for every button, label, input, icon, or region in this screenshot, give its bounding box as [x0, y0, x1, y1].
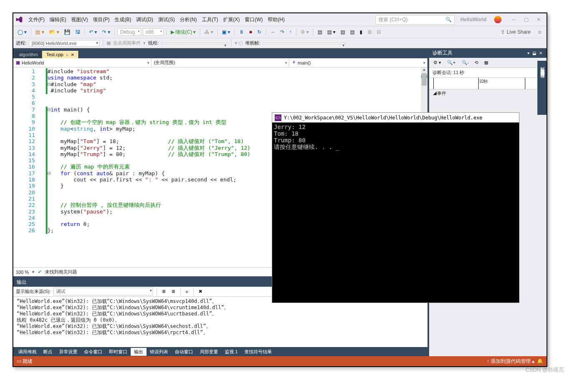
bottom-tab-2[interactable]: 异常设置 [56, 348, 81, 356]
menu-项目(P)[interactable]: 项目(P) [90, 15, 112, 24]
navigation-bar: ▣HelloWorld (全局范围) ⚘main() [13, 58, 427, 67]
bottom-tab-6[interactable]: 错误列表 [147, 348, 171, 356]
diag-view-button[interactable]: ▦ [482, 59, 490, 66]
tab-algorithm[interactable]: algorithm [15, 51, 42, 58]
zoom-level[interactable]: 100 % [16, 270, 29, 275]
tool-button-7[interactable]: ▮ [358, 28, 364, 36]
notifications-icon[interactable]: 🔔 [537, 358, 543, 364]
vs-logo-icon [15, 15, 23, 24]
menu-编辑(E)[interactable]: 编辑(E) [47, 15, 69, 24]
solution-name: HelloWorld [457, 17, 490, 22]
menu-工具(T)[interactable]: 工具(T) [199, 15, 221, 24]
solution-explorer-tab[interactable]: 解决方案资源管理器 [537, 61, 547, 115]
redo-button[interactable]: ↷ ▾ [100, 28, 112, 36]
diag-zoomin-button[interactable]: 🔍+ [445, 59, 457, 66]
menu-窗口(W)[interactable]: 窗口(W) [242, 15, 265, 24]
nav-back-button[interactable]: ◯ ▾ [16, 28, 28, 36]
debug-process-bar: 进程: [8060] HelloWorld.exe ▦ 生命周期事件 ▾ 线程:… [13, 38, 547, 48]
nav-project-combo[interactable]: ▣HelloWorld [13, 58, 152, 67]
nav-member-combo[interactable]: ⚘main() [289, 58, 427, 67]
feedback-button[interactable]: ☺ [536, 28, 544, 36]
undo-button[interactable]: ↶ ▾ [87, 28, 99, 36]
output-source-combo[interactable]: 调试 [53, 288, 153, 295]
bottom-tab-10[interactable]: 查找符号结果 [241, 348, 275, 356]
new-item-button[interactable]: ▤ ▾ [34, 28, 45, 36]
output-clear-button[interactable]: ✖ [197, 288, 204, 295]
live-share-button[interactable]: ⇪ Live Share [501, 29, 530, 35]
console-output: Jerry: 12 Tom: 18 Trump: 80 请按任意键继续. . .… [272, 123, 519, 303]
output-tool-2[interactable]: ≣ [170, 288, 177, 295]
maximize-button[interactable]: ▢ [520, 15, 532, 25]
status-text: 就绪 [22, 358, 32, 365]
stackframe-combo[interactable] [263, 42, 346, 44]
continue-button[interactable]: ▶ 继续(C) ▾ [169, 28, 197, 37]
step-over-button[interactable]: ↷ [278, 28, 286, 36]
tool-button-3[interactable]: ▤ [316, 28, 324, 36]
menu-生成(B)[interactable]: 生成(B) [112, 15, 134, 24]
scroll-up-icon[interactable]: ▲ [421, 67, 427, 73]
status-left-icon: ▭ [17, 358, 21, 364]
search-input[interactable]: 搜索 (Ctrl+Q) 🔍 [375, 15, 455, 25]
diag-reset-button[interactable]: ⟲ [473, 59, 480, 66]
minimize-button[interactable]: ─ [507, 15, 520, 25]
user-avatar[interactable] [494, 16, 502, 23]
open-button[interactable]: 📂 ▾ [47, 28, 61, 36]
save-all-button[interactable]: 🖫 [74, 28, 82, 36]
tool-button-4[interactable]: ▤ ▾ [326, 28, 337, 36]
tool-button-1[interactable]: ▣ ▾ [220, 28, 232, 36]
menu-视图(V)[interactable]: 视图(V) [69, 15, 90, 24]
process-label: 进程: [16, 40, 26, 46]
diag-settings-button[interactable]: ⚙ ▾ [432, 59, 443, 66]
stop-button[interactable]: ■ [247, 28, 253, 36]
scroll-thumb[interactable] [422, 73, 427, 86]
bottom-tab-0[interactable]: 调用堆栈 [15, 348, 40, 356]
bottom-tab-5[interactable]: 输出 [131, 348, 147, 356]
restart-button[interactable]: ↻ [256, 28, 263, 36]
close-tab-icon[interactable]: ✕ [71, 52, 74, 57]
menu-测试(S)[interactable]: 测试(S) [156, 15, 177, 24]
bottom-tab-4[interactable]: 即时窗口 [106, 348, 131, 356]
tool-button-5[interactable]: ▤ [339, 28, 347, 36]
browser-link-button[interactable]: 🖧 ▾ [203, 28, 215, 36]
output-text[interactable]: “HelloWorld.exe”(Win32): 已加载“C:\Windows\… [13, 297, 427, 347]
bottom-tab-9[interactable]: 监视 1 [221, 348, 241, 356]
tool-button-9[interactable]: ⊟ [375, 28, 383, 36]
config-combo[interactable]: Debug [117, 28, 141, 36]
nav-scope-combo[interactable]: (全局范围) [152, 58, 290, 67]
bottom-tab-8[interactable]: 局部变量 [196, 348, 221, 356]
bottom-tab-1[interactable]: 断点 [40, 348, 56, 356]
diagnostic-header[interactable]: 诊断工具 ▾ ⬓ ✕ [429, 48, 547, 58]
diagnostic-events[interactable]: ◢事件 [429, 89, 547, 97]
save-button[interactable]: 💾 [62, 28, 72, 36]
console-icon: C:\ [275, 114, 281, 121]
process-combo[interactable]: [8060] HelloWorld.exe [29, 40, 99, 47]
bottom-tab-7[interactable]: 自动窗口 [171, 348, 196, 356]
diag-zoomout-button[interactable]: 🔍- [460, 59, 471, 66]
platform-combo[interactable]: x86 [143, 28, 164, 36]
diagnostic-timeline[interactable]: 10秒 [429, 78, 547, 89]
menu-分析(N)[interactable]: 分析(N) [177, 15, 199, 24]
thread-combo[interactable] [161, 42, 228, 44]
menu-帮助(H)[interactable]: 帮助(H) [265, 15, 287, 24]
menu-调试(D)[interactable]: 调试(D) [134, 15, 156, 24]
source-control-button[interactable]: ↑ 添加到源代码管理 ▴ [487, 358, 534, 365]
pin-icon[interactable]: ⬨ [66, 52, 68, 57]
tool-button-2[interactable]: ⚙ ▾ [299, 28, 311, 36]
bottom-tab-3[interactable]: 命令窗口 [81, 348, 106, 356]
step-into-button[interactable]: → [268, 28, 277, 36]
search-icon: 🔍 [445, 17, 452, 22]
output-tool-3[interactable]: ≡ [184, 288, 190, 295]
panel-controls-icon[interactable]: ▾ ⬓ ✕ [527, 51, 543, 55]
menu-文件(F)[interactable]: 文件(F) [26, 15, 47, 24]
bottom-tool-tabs: 调用堆栈断点异常设置命令窗口即时窗口输出错误列表自动窗口局部变量监视 1查找符号… [13, 347, 427, 356]
tool-button-6[interactable]: ▤ [348, 28, 356, 36]
pause-button[interactable]: ⏸ [237, 28, 246, 36]
console-titlebar[interactable]: C:\ Y:\002_WorkSpace\002_VS\HelloWorld\H… [272, 113, 519, 123]
tool-button-8[interactable]: ⊞ [366, 28, 373, 36]
close-button[interactable]: ✕ [532, 15, 545, 25]
menu-扩展(X)[interactable]: 扩展(X) [221, 15, 242, 24]
output-tool-1[interactable]: ≣ [160, 288, 167, 295]
console-window[interactable]: C:\ Y:\002_WorkSpace\002_VS\HelloWorld\H… [272, 112, 519, 303]
tab-test-cpp[interactable]: Test.cpp⬨✕ [42, 51, 78, 58]
step-out-button[interactable]: ↑ [288, 28, 293, 36]
